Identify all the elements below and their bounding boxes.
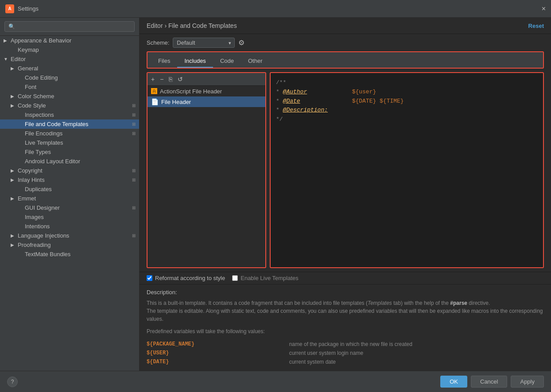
sidebar-item-live-templates[interactable]: Live Templates [0, 138, 139, 147]
sidebar-item-color-scheme[interactable]: ▶ Color Scheme [0, 92, 139, 101]
expand-arrow: ▶ [11, 177, 18, 182]
sidebar-item-label: Intentions [25, 223, 50, 230]
expand-arrow: ▼ [4, 57, 11, 61]
sidebar-item-proofreading[interactable]: ▶ Proofreading [0, 240, 139, 250]
sidebar-item-label: Font [25, 84, 36, 90]
reformat-checkbox-item: Reformat according to style [147, 275, 225, 281]
reformat-checkbox[interactable] [147, 275, 152, 281]
sync-badge: ⊞ [132, 205, 136, 210]
code-line: * @Author ${user} [276, 88, 538, 97]
sidebar-item-label: Live Templates [25, 139, 63, 146]
code-line: */ [276, 115, 538, 124]
close-button[interactable]: × [542, 5, 546, 13]
sidebar-item-language-injections[interactable]: ▶ Language Injections ⊞ [0, 231, 139, 240]
cancel-button[interactable]: Cancel [471, 376, 507, 388]
sidebar-item-inlay-hints[interactable]: ▶ Inlay Hints ⊞ [0, 175, 139, 184]
tab-code[interactable]: Code [213, 55, 241, 68]
sidebar-item-file-types[interactable]: File Types [0, 147, 139, 157]
sidebar-item-android-layout-editor[interactable]: Android Layout Editor [0, 157, 139, 166]
bottom-controls: Reformat according to style Enable Live … [140, 272, 551, 284]
gear-icon[interactable]: ⚙ [238, 38, 244, 47]
sidebar-item-emmet[interactable]: ▶ Emmet [0, 194, 139, 203]
sidebar-item-label: Copyright [18, 167, 43, 174]
file-item-file-header[interactable]: 📄 File Header [147, 96, 265, 107]
sidebar-item-intentions[interactable]: Intentions [0, 222, 139, 231]
sidebar-item-duplicates[interactable]: Duplicates [0, 184, 139, 194]
scheme-bar: Scheme: Default ⚙ [140, 34, 551, 51]
title-bar: A Settings × [0, 0, 551, 18]
sidebar-item-label: TextMate Bundles [25, 251, 70, 257]
sync-badge: ⊞ [132, 131, 136, 136]
var-description: current user system login name [289, 349, 544, 357]
sidebar-item-label: GUI Designer [25, 204, 60, 211]
description-text: This is a built-in template. It contains… [147, 299, 544, 323]
tab-includes[interactable]: Includes [177, 55, 213, 68]
breadcrumb-parent: Editor [147, 22, 163, 29]
sidebar-item-font[interactable]: Font [0, 82, 139, 92]
ok-button[interactable]: OK [440, 376, 467, 388]
copy-button[interactable]: ⎘ [168, 75, 173, 84]
reset-item-button[interactable]: ↺ [177, 75, 184, 84]
sidebar-item-images[interactable]: Images [0, 212, 139, 222]
sidebar-item-file-and-code-templates[interactable]: File and Code Templates ⊞ [0, 119, 139, 129]
reformat-label: Reformat according to style [155, 275, 225, 281]
sidebar-item-label: Android Layout Editor [25, 158, 80, 165]
expand-arrow: ▶ [11, 233, 18, 238]
split-area: + − ⎘ ↺ 🅰 ActionScript File Header 📄 Fil… [140, 72, 551, 272]
sidebar-item-copyright[interactable]: ▶ Copyright ⊞ [0, 166, 139, 175]
sidebar-item-label: Inspections [25, 111, 54, 118]
sync-badge: ⊞ [132, 112, 136, 117]
sync-badge: ⊞ [132, 122, 136, 127]
sidebar-item-gui-designer[interactable]: GUI Designer ⊞ [0, 203, 139, 212]
expand-arrow: ▶ [11, 168, 18, 173]
sync-badge: ⊞ [132, 168, 136, 173]
sidebar-item-editor[interactable]: ▼ Editor [0, 54, 139, 64]
sidebar-item-label: Code Editing [25, 74, 58, 81]
live-templates-checkbox[interactable] [232, 275, 238, 281]
description-area: Description: This is a built-in template… [140, 284, 551, 371]
sidebar-item-inspections[interactable]: Inspections ⊞ [0, 110, 139, 119]
file-item-label: File Header [161, 99, 191, 105]
sidebar: ▶ Appearance & Behavior Keymap ▼ Editor … [0, 18, 140, 371]
sidebar-item-file-encodings[interactable]: File Encodings ⊞ [0, 129, 139, 138]
dialog-body: ▶ Appearance & Behavior Keymap ▼ Editor … [0, 18, 551, 371]
help-button[interactable]: ? [7, 377, 18, 387]
sidebar-item-label: General [18, 65, 38, 72]
search-input[interactable] [4, 21, 135, 32]
sidebar-item-keymap[interactable]: Keymap [0, 45, 139, 54]
var-name: ${USER} [147, 349, 289, 357]
table-row: ${USER} current user system login name [147, 349, 544, 357]
sidebar-item-code-editing[interactable]: Code Editing [0, 73, 139, 82]
sidebar-item-textmate[interactable]: TextMate Bundles [0, 250, 139, 259]
code-editor[interactable]: /** * @Author ${user} * @Date ${DATE} ${… [270, 72, 544, 268]
sidebar-item-label: File Encodings [25, 130, 62, 137]
apply-button[interactable]: Apply [511, 376, 544, 388]
sidebar-item-label: File and Code Templates [25, 121, 89, 127]
sidebar-item-label: Emmet [18, 195, 36, 202]
sidebar-item-general[interactable]: ▶ General [0, 64, 139, 73]
sidebar-item-label: Inlay Hints [18, 177, 45, 183]
tab-other[interactable]: Other [241, 55, 270, 68]
sidebar-item-code-style[interactable]: ▶ Code Style ⊞ [0, 101, 139, 110]
expand-arrow: ▶ [4, 38, 11, 43]
var-name: ${DATE} [147, 357, 289, 366]
reset-button[interactable]: Reset [528, 23, 544, 29]
tabs-container: Files Includes Code Other [147, 51, 544, 69]
add-button[interactable]: + [150, 75, 155, 84]
remove-button[interactable]: − [159, 75, 164, 84]
file-list: 🅰 ActionScript File Header 📄 File Header [147, 86, 265, 267]
sync-badge: ⊞ [132, 233, 136, 238]
sync-badge: ⊞ [132, 177, 136, 182]
tab-files[interactable]: Files [151, 55, 177, 68]
file-item-actionscript[interactable]: 🅰 ActionScript File Header [147, 86, 265, 96]
sidebar-item-label: Proofreading [18, 242, 50, 248]
sidebar-item-appearance[interactable]: ▶ Appearance & Behavior [0, 36, 139, 45]
settings-dialog: ▶ Appearance & Behavior Keymap ▼ Editor … [0, 18, 551, 392]
sidebar-item-label: Editor [11, 56, 26, 62]
file-item-label: ActionScript File Header [160, 88, 222, 95]
live-templates-label: Enable Live Templates [241, 275, 299, 281]
var-description: current system date [289, 357, 544, 366]
scheme-select[interactable]: Default [173, 38, 235, 48]
search-box [0, 18, 139, 36]
sidebar-item-label: Appearance & Behavior [11, 37, 71, 44]
